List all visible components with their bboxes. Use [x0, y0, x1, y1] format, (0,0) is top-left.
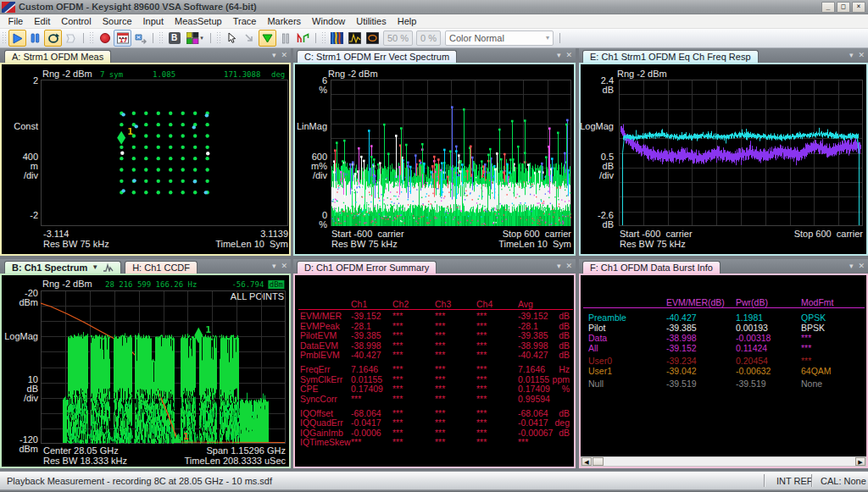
y-axis-scale-div: /div	[24, 171, 38, 180]
eye-offset-field[interactable]: 0 %	[416, 30, 441, 46]
menu-file[interactable]: File	[3, 14, 29, 29]
menu-bar: FileEditControlSourceInputMeasSetupTrace…	[0, 14, 868, 29]
y-axis-name: Const	[14, 122, 38, 131]
eye-length-field[interactable]: 50 %	[383, 30, 413, 46]
menu-source[interactable]: Source	[97, 14, 137, 29]
pointer-tool-button[interactable]	[223, 30, 241, 47]
trace-display-button[interactable]	[346, 30, 364, 47]
chevron-down-icon[interactable]: ▼	[92, 262, 98, 274]
single-step-button[interactable]	[62, 30, 80, 47]
panel-minimize-icon[interactable]: ▾	[849, 259, 854, 274]
y-axis-bottom-label: -2	[30, 211, 38, 220]
svg-text:17: 17	[120, 37, 127, 44]
menu-input[interactable]: Input	[137, 14, 169, 29]
constellation-chart[interactable]	[41, 80, 288, 226]
table-header-rule	[583, 307, 865, 308]
horizontal-scrollbar[interactable]: ◀ ▶	[581, 456, 866, 467]
y-axis-name: LogMag	[580, 122, 614, 131]
panel-close-icon[interactable]: ✕	[858, 259, 865, 274]
color-mode-select[interactable]: Color Normal ▾	[445, 30, 554, 46]
panel-error-summary: D: Ch1 OFDM Error Summary ▾ ✕ Ch1Ch2Ch3C…	[293, 259, 576, 468]
restart-button[interactable]	[44, 30, 62, 47]
panel-c-tabstrip: C: Strm1 OFDM Err Vect Spectrum ▾ ✕	[293, 48, 576, 63]
range-readout: Rng -2 dBm	[42, 279, 92, 289]
spectrum-chart[interactable]	[41, 290, 286, 444]
panel-minimize-icon[interactable]: ▾	[272, 259, 276, 274]
tab-eq-ch-freq-resp[interactable]: E: Ch1 Strm1 OFDM Eq Ch Freq Resp	[582, 50, 759, 63]
panel-b-tabstrip: B: Ch1 Spectrum ▼ H: Ch1 CCDF ▾ ✕	[0, 259, 291, 274]
trace-select-icon[interactable]	[103, 263, 114, 272]
app-icon	[2, 2, 15, 13]
scroll-left-button[interactable]: ◀	[581, 457, 592, 466]
y-axis-scale-div: /div	[24, 394, 38, 403]
resbw-readout: Res BW 75 kHz	[620, 240, 686, 249]
toolbar-grip	[217, 31, 221, 45]
toolbar: 17 B ▾	[0, 29, 868, 48]
toolbar-grip	[322, 31, 326, 45]
panel-close-icon[interactable]: ✕	[858, 48, 865, 63]
tab-error-summary[interactable]: D: Ch1 OFDM Error Summary	[297, 261, 437, 274]
menu-utilities[interactable]: Utilities	[351, 14, 392, 29]
tab-data-burst-info[interactable]: F: Ch1 OFDM Data Burst Info	[582, 261, 721, 274]
tab-err-vect-spectrum[interactable]: C: Strm1 OFDM Err Vect Spectrum	[297, 50, 457, 63]
marker-band-button[interactable]	[276, 30, 294, 47]
minimize-button[interactable]: _	[821, 2, 835, 13]
y-axis-scale-div: /div	[599, 171, 614, 180]
marker-frequency-readout: 28 216 599 166.26 Hz	[105, 280, 197, 290]
measurement-b-button[interactable]: B	[165, 30, 183, 47]
y-axis-top-unit: dB	[603, 86, 614, 95]
menu-window[interactable]: Window	[307, 14, 351, 29]
panel-minimize-icon[interactable]: ▾	[849, 48, 854, 63]
menu-trace[interactable]: Trace	[227, 14, 262, 29]
tab-ch1-ccdf[interactable]: H: Ch1 CCDF	[125, 261, 198, 274]
toolbar-grip	[90, 31, 94, 45]
recording-calendar-button[interactable]: 17	[114, 30, 131, 47]
scroll-right-button[interactable]: ▶	[855, 457, 865, 466]
close-button[interactable]: ×	[852, 2, 865, 13]
range-readout: Rng -2 dBm	[42, 69, 92, 79]
eye-diagram-display-button[interactable]	[364, 30, 381, 47]
x-axis-left-label: Center 28.05 GHz	[43, 446, 119, 456]
panel-minimize-icon[interactable]: ▾	[272, 48, 276, 63]
panel-close-icon[interactable]: ✕	[565, 259, 572, 274]
tab-ch1-spectrum[interactable]: B: Ch1 Spectrum ▼	[4, 261, 121, 274]
panel-f-tabstrip: F: Ch1 OFDM Data Burst Info ▾ ✕	[579, 259, 868, 274]
menu-control[interactable]: Control	[56, 14, 97, 29]
marker-peak-button[interactable]	[294, 30, 312, 47]
move-marker-button[interactable]	[241, 30, 259, 47]
layout-grid-button[interactable]: ▾	[183, 30, 207, 47]
menu-edit[interactable]: Edit	[29, 14, 56, 29]
panel-minimize-icon[interactable]: ▾	[557, 259, 561, 274]
pause-button[interactable]	[26, 30, 44, 47]
panel-close-icon[interactable]: ✕	[565, 48, 572, 63]
panel-a-tabstrip: A: Strm1 OFDM Meas ▾ ✕	[0, 48, 291, 63]
menu-help[interactable]: Help	[392, 14, 422, 29]
marker-symbol-readout: 7 sym	[100, 70, 123, 80]
panel-close-icon[interactable]: ✕	[281, 259, 287, 274]
record-button[interactable]	[96, 30, 114, 47]
freq-response-chart[interactable]	[619, 80, 863, 226]
y-axis-name: LogMag	[4, 332, 38, 341]
menu-markers[interactable]: Markers	[262, 14, 307, 29]
table-header-rule	[298, 309, 573, 310]
play-button[interactable]	[8, 30, 26, 47]
title-bar: Custom OFDM - Keysight 89600 VSA Softwar…	[0, 0, 868, 14]
error-vector-spectrum-chart[interactable]	[331, 80, 571, 226]
window-title: Custom OFDM - Keysight 89600 VSA Softwar…	[19, 2, 257, 12]
tab-strm1-ofdm-meas[interactable]: A: Strm1 OFDM Meas	[4, 50, 111, 63]
restart-recording-button[interactable]	[131, 30, 149, 47]
scrollbar-thumb[interactable]	[593, 457, 604, 466]
marker-phase-readout: 171.3088	[224, 70, 260, 80]
menu-meassetup[interactable]: MeasSetup	[170, 14, 228, 29]
panel-e-tabstrip: E: Ch1 Strm1 OFDM Eq Ch Freq Resp ▾ ✕	[579, 48, 868, 63]
toolbar-separator	[150, 32, 156, 44]
spectrogram-display-button[interactable]	[328, 30, 346, 47]
panel-close-icon[interactable]: ✕	[281, 48, 287, 63]
calibration-status: CAL: None	[821, 476, 866, 486]
marker-normal-button[interactable]	[259, 30, 276, 47]
x-axis-right-label: Stop 600 carrier	[503, 229, 571, 239]
panel-minimize-icon[interactable]: ▾	[557, 48, 561, 63]
maximize-button[interactable]: □	[837, 2, 850, 13]
panel-ofdm-meas: A: Strm1 OFDM Meas ▾ ✕ Rng -2 dBm 7 sym …	[0, 48, 291, 256]
panel-d-tabstrip: D: Ch1 OFDM Error Summary ▾ ✕	[293, 259, 576, 274]
